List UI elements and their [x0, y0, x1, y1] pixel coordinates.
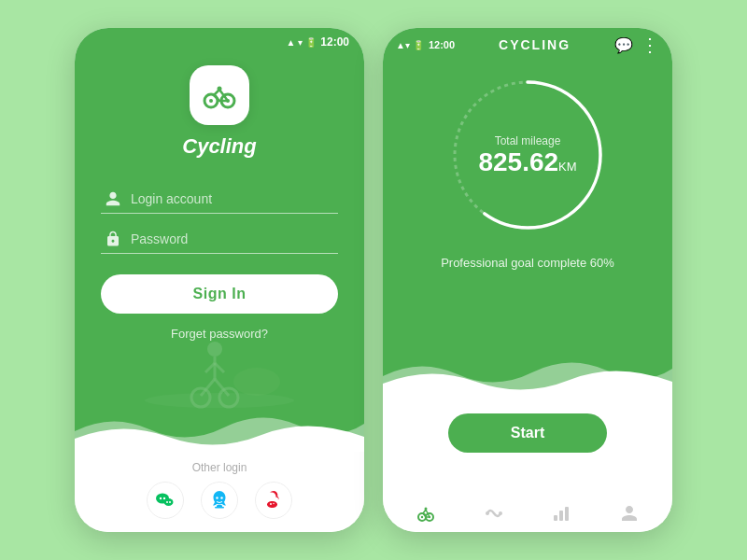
- signal-icon2: ▲▾: [396, 40, 410, 50]
- svg-point-14: [233, 368, 280, 396]
- weibo-login-button[interactable]: [255, 482, 292, 519]
- bottom-navigation: [383, 489, 672, 532]
- cycling-top-area: ▲▾ 🔋 12:00 CYCLING 💬 ⋮: [383, 28, 672, 397]
- svg-point-4: [218, 87, 222, 91]
- weibo-icon: [262, 489, 285, 511]
- qq-login-button[interactable]: [201, 482, 238, 519]
- login-wave: [75, 403, 364, 452]
- account-input[interactable]: [131, 191, 334, 206]
- svg-point-33: [425, 508, 428, 511]
- message-icon[interactable]: 💬: [614, 36, 633, 54]
- svg-point-31: [421, 516, 423, 518]
- route-icon: [483, 502, 505, 525]
- goal-text: Professional goal complete 60%: [441, 256, 614, 270]
- svg-point-2: [209, 99, 213, 103]
- stats-icon: [550, 502, 572, 525]
- svg-point-35: [499, 511, 502, 515]
- login-bottom: Other login: [75, 452, 364, 532]
- svg-point-26: [273, 503, 274, 504]
- signal-icons: ▲ ▾ 🔋: [286, 37, 317, 48]
- svg-point-16: [160, 497, 162, 499]
- login-top-area: ▲ ▾ 🔋 12:00 Cycling: [75, 28, 364, 452]
- cycling-signal-icons: ▲▾ 🔋 12:00: [396, 39, 455, 50]
- signal-icon: ▲: [286, 37, 295, 48]
- cycling-screen: ▲▾ 🔋 12:00 CYCLING 💬 ⋮: [383, 28, 672, 532]
- login-status-bar: ▲ ▾ 🔋 12:00: [75, 28, 364, 49]
- cycling-time: 12:00: [429, 39, 455, 50]
- svg-rect-38: [565, 507, 569, 521]
- nav-profile[interactable]: [618, 502, 641, 525]
- cycling-bottom: Start: [383, 397, 672, 532]
- battery-icon: 🔋: [305, 37, 317, 48]
- login-fields: [101, 185, 338, 254]
- wechat-icon: [154, 489, 176, 511]
- battery-icon2: 🔋: [413, 40, 424, 50]
- nav-stats[interactable]: [550, 502, 572, 525]
- login-time: 12:00: [320, 35, 349, 49]
- svg-point-22: [220, 497, 222, 498]
- svg-point-19: [166, 501, 168, 503]
- wechat-login-button[interactable]: [147, 482, 184, 519]
- password-input[interactable]: [131, 231, 334, 246]
- login-phone: ▲ ▾ 🔋 12:00 Cycling: [75, 28, 364, 532]
- start-button[interactable]: Start: [448, 413, 608, 453]
- profile-icon: [618, 502, 641, 525]
- account-field[interactable]: [101, 185, 338, 214]
- svg-rect-24: [215, 507, 224, 509]
- social-login-icons: [147, 482, 292, 519]
- qq-icon: [208, 489, 231, 511]
- cycling-header: ▲▾ 🔋 12:00 CYCLING 💬 ⋮: [383, 28, 672, 54]
- cycling-screen-title: CYCLING: [455, 37, 614, 52]
- home-cycling-icon: [415, 502, 437, 525]
- svg-point-20: [169, 501, 171, 503]
- svg-point-17: [163, 497, 165, 499]
- cycling-header-actions: 💬 ⋮: [614, 35, 659, 54]
- mileage-ring: Total mileage 825.62KM: [444, 71, 612, 239]
- nav-route[interactable]: [483, 502, 505, 525]
- svg-point-18: [164, 498, 174, 506]
- svg-point-25: [270, 503, 272, 505]
- signin-button[interactable]: Sign In: [101, 274, 338, 314]
- nav-home[interactable]: [415, 502, 437, 525]
- app-title: Cycling: [182, 134, 256, 159]
- password-field[interactable]: [101, 225, 338, 254]
- user-icon: [105, 190, 121, 207]
- other-login-label: Other login: [192, 461, 247, 474]
- svg-point-6: [207, 342, 222, 357]
- wifi-icon: ▾: [298, 37, 303, 48]
- cycling-wave: [383, 348, 672, 397]
- login-screen: ▲ ▾ 🔋 12:00 Cycling: [75, 28, 364, 532]
- svg-point-21: [216, 497, 218, 498]
- svg-point-34: [486, 511, 489, 515]
- svg-rect-36: [554, 515, 557, 521]
- cycling-phone: ▲▾ 🔋 12:00 CYCLING 💬 ⋮: [383, 28, 672, 532]
- cycling-logo-icon: [201, 77, 238, 114]
- app-icon: [190, 65, 249, 125]
- more-icon[interactable]: ⋮: [641, 35, 659, 54]
- progress-ring-svg: [444, 71, 612, 239]
- svg-rect-37: [559, 511, 563, 521]
- lock-icon: [105, 231, 121, 247]
- forget-password-link[interactable]: Forget password?: [171, 327, 268, 341]
